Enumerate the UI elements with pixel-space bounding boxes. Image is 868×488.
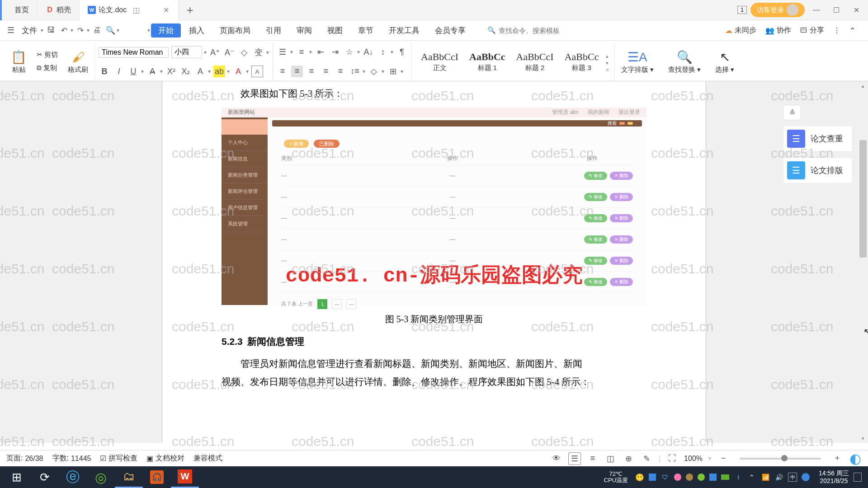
tray-chevron-up-icon[interactable]: ⌃ xyxy=(747,473,756,482)
spell-check-button[interactable]: ☑拼写检查 xyxy=(100,454,137,463)
style-heading3[interactable]: AaBbCc标题 3 xyxy=(559,50,604,73)
close-icon[interactable]: ✕ xyxy=(162,6,170,14)
undo-icon[interactable]: ↶ xyxy=(58,24,71,37)
align-right-icon[interactable]: ≡ xyxy=(306,66,317,77)
format-brush-button[interactable]: 🖌格式刷 xyxy=(65,50,91,74)
save-icon[interactable]: 🖫 xyxy=(44,24,57,37)
zoom-out-button[interactable]: − xyxy=(717,452,730,465)
chevron-down-icon[interactable]: ▾ xyxy=(41,27,43,33)
styles-gallery[interactable]: AaBbCcI正文 AaBbCc标题 1 AaBbCcI标题 2 AaBbCc标… xyxy=(415,50,611,73)
character-border-button[interactable]: A xyxy=(251,66,263,77)
font-size-selector[interactable]: 小四 xyxy=(171,46,202,58)
web-view-icon[interactable]: ⊕ xyxy=(623,452,635,465)
borders-icon[interactable]: ⊞ xyxy=(387,66,399,77)
align-center-icon[interactable]: ≡ xyxy=(291,66,303,77)
decrease-indent-icon[interactable]: ⇤ xyxy=(315,46,326,58)
menu-tab-insert[interactable]: 插入 xyxy=(182,23,212,38)
zoom-level[interactable]: 100% xyxy=(684,455,703,463)
bold-button[interactable]: B xyxy=(99,66,110,77)
styles-expand-icon[interactable]: ≡ xyxy=(606,67,609,72)
start-button[interactable]: ⊞ xyxy=(3,466,31,488)
scroll-up-icon[interactable]: ▴ xyxy=(858,81,868,90)
volume-icon[interactable]: 🔊 xyxy=(774,473,783,482)
number-list-icon[interactable]: ≡ xyxy=(296,46,307,58)
tray-icon[interactable] xyxy=(698,474,705,481)
task-copilot[interactable]: ⟳ xyxy=(31,466,59,488)
subscript-button[interactable]: X₂ xyxy=(180,66,192,77)
decrease-font-icon[interactable]: A⁻ xyxy=(224,47,236,58)
close-window-button[interactable]: ✕ xyxy=(848,3,864,17)
outline-view-icon[interactable]: ≡ xyxy=(586,452,599,465)
font-color-button[interactable]: A xyxy=(232,66,244,77)
increase-indent-icon[interactable]: ⇥ xyxy=(329,46,341,58)
menu-tab-review[interactable]: 审阅 xyxy=(289,23,319,38)
style-normal[interactable]: AaBbCcI正文 xyxy=(415,50,464,73)
asian-layout-icon[interactable]: ☆ xyxy=(344,46,355,58)
minimize-button[interactable]: — xyxy=(808,3,825,17)
styles-up-icon[interactable]: ▴ xyxy=(606,53,609,59)
tray-icon[interactable] xyxy=(649,474,656,481)
menu-tab-view[interactable]: 视图 xyxy=(320,23,350,38)
task-360[interactable]: ◎ xyxy=(87,466,115,488)
find-replace-button[interactable]: 🔍查找替换 ▾ xyxy=(665,50,703,74)
paste-button[interactable]: 📋粘贴 xyxy=(8,50,29,74)
expand-pane-button[interactable]: ≙ xyxy=(783,105,801,120)
clear-format-icon[interactable]: ◇ xyxy=(238,47,250,58)
select-button[interactable]: ↖选择 ▾ xyxy=(712,50,737,74)
more-icon[interactable]: ⋮ xyxy=(833,26,840,35)
show-marks-icon[interactable]: ¶ xyxy=(396,46,408,58)
align-left-icon[interactable]: ≡ xyxy=(277,66,288,77)
tab-daoke[interactable]: D 稻壳 xyxy=(38,0,80,20)
paper-check-button[interactable]: ☰ 论文查重 xyxy=(783,126,853,152)
tray-battery-icon[interactable] xyxy=(721,474,729,480)
chevron-down-icon[interactable]: ▾ xyxy=(147,27,150,33)
guest-login-button[interactable]: 访客登录 xyxy=(750,3,805,17)
superscript-button[interactable]: X² xyxy=(165,66,177,77)
cut-button[interactable]: ✂剪切 xyxy=(35,50,60,60)
fit-page-icon[interactable]: ⛶ xyxy=(666,452,679,465)
underline-button[interactable]: U xyxy=(127,66,139,77)
style-heading2[interactable]: AaBbCcI标题 2 xyxy=(511,50,559,73)
increase-font-icon[interactable]: A⁺ xyxy=(209,47,221,58)
menu-tab-reference[interactable]: 引用 xyxy=(259,23,288,38)
new-tab-button[interactable]: + xyxy=(179,0,201,20)
wifi-icon[interactable]: 📶 xyxy=(761,473,770,482)
zoom-slider-handle[interactable] xyxy=(781,455,788,461)
task-wps[interactable]: W xyxy=(171,466,199,488)
scrollbar-thumb[interactable] xyxy=(859,140,867,258)
coop-button[interactable]: 👥协作 xyxy=(765,26,791,35)
notifications-icon[interactable] xyxy=(854,473,862,482)
assistant-icon[interactable]: ◐ xyxy=(849,452,862,465)
share-button[interactable]: ⮹分享 xyxy=(800,26,824,35)
menu-tab-layout[interactable]: 页面布局 xyxy=(212,23,258,38)
tab-home[interactable]: 首页 xyxy=(0,0,38,20)
tray-icon[interactable] xyxy=(709,474,717,481)
task-app1[interactable]: 🎧 xyxy=(143,466,171,488)
task-explorer[interactable]: 🗂 xyxy=(115,466,143,488)
ime-icon[interactable]: 中 xyxy=(788,473,797,482)
word-count[interactable]: 字数: 11445 xyxy=(52,454,91,463)
window-id[interactable]: 1 xyxy=(737,6,747,14)
maximize-button[interactable]: ☐ xyxy=(828,3,844,17)
tab-document[interactable]: W 论文.doc ◫ ✕ xyxy=(80,0,179,20)
print-icon[interactable]: 🖨 xyxy=(90,24,103,37)
text-effect-button[interactable]: A xyxy=(194,66,206,77)
strikethrough-button[interactable]: A̶ xyxy=(146,66,158,77)
page-status[interactable]: 页面: 26/38 xyxy=(6,454,43,463)
distribute-icon[interactable]: ≡ xyxy=(335,66,346,77)
zoom-in-button[interactable]: + xyxy=(831,452,844,465)
hamburger-icon[interactable]: ☰ xyxy=(5,25,17,35)
proof-button[interactable]: ▣文档校对 xyxy=(146,454,184,463)
page-view-icon[interactable]: ☰ xyxy=(568,452,581,465)
line-spacing-icon[interactable]: ↕≡ xyxy=(349,66,361,77)
tray-icon[interactable]: 😶 xyxy=(635,473,644,482)
split-view-icon[interactable]: ◫ xyxy=(133,6,141,14)
text-layout-button[interactable]: ☰A文字排版 ▾ xyxy=(618,50,656,74)
vertical-text-icon[interactable]: ↕ xyxy=(377,46,389,58)
highlight-button[interactable]: ab xyxy=(213,66,225,77)
read-view-icon[interactable]: ◫ xyxy=(604,452,617,465)
print-preview-icon[interactable]: 🔍 xyxy=(104,24,117,37)
annotate-icon[interactable]: ✎ xyxy=(641,452,653,465)
align-justify-icon[interactable]: ≡ xyxy=(320,66,332,77)
copy-button[interactable]: ⧉复制 xyxy=(35,63,60,73)
